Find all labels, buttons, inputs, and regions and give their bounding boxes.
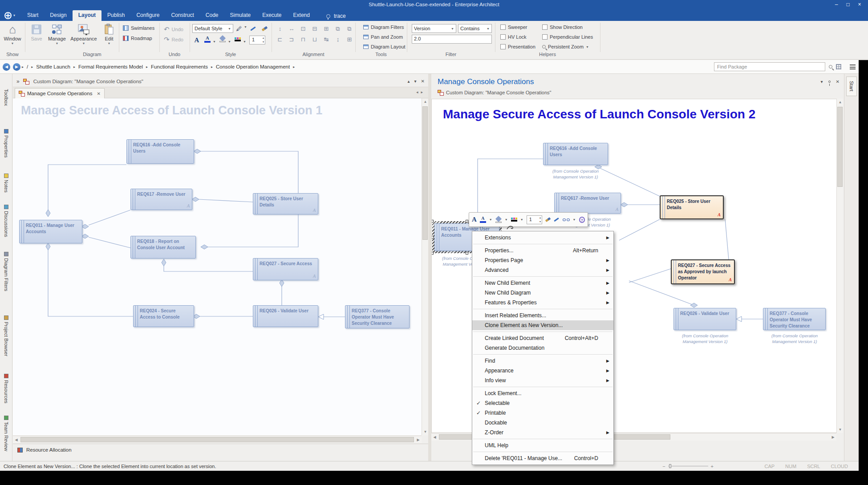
font-button[interactable]: A: [192, 36, 201, 44]
visual-style-glasses-icon[interactable]: [563, 218, 570, 221]
eyedropper-icon[interactable]: [554, 218, 559, 222]
scroll-left-icon[interactable]: ◀: [431, 434, 438, 441]
tab-close-icon[interactable]: ✕: [97, 91, 100, 96]
fill-color-caret[interactable]: ▼: [505, 218, 508, 221]
sidebar-item-team-review[interactable]: Team Review: [0, 416, 12, 451]
menu-item-advanced[interactable]: Advanced▶: [472, 265, 613, 275]
menu-item-properties[interactable]: Properties...Alt+Return: [472, 246, 613, 255]
glasses-caret[interactable]: ▼: [573, 218, 576, 221]
header-close-icon[interactable]: ✕: [421, 79, 425, 84]
breadcrumb-item[interactable]: Functional Requirements: [151, 64, 208, 69]
collapse-header-icon[interactable]: ▴: [408, 79, 410, 84]
sweeper-checkbox[interactable]: Sweeper: [500, 24, 527, 30]
sidebar-item-properties[interactable]: Properties: [0, 129, 12, 158]
format-brush-icon[interactable]: [545, 217, 551, 222]
requirement-req616-v2[interactable]: REQ616 -Add Console Users: [543, 143, 608, 165]
breadcrumb-root[interactable]: /: [27, 64, 28, 69]
save-button[interactable]: Save: [28, 23, 45, 41]
scroll-left-icon[interactable]: ◀: [13, 436, 20, 443]
align-top-icon[interactable]: ⊓: [298, 35, 308, 44]
close-button[interactable]: ×: [856, 1, 863, 8]
tab-execute[interactable]: Execute: [256, 10, 287, 21]
zoom-handle[interactable]: [669, 464, 671, 468]
hamburger-menu-icon[interactable]: [850, 65, 856, 69]
scroll-up-icon[interactable]: ▲: [422, 98, 429, 105]
sidebar-item-diagram-filters[interactable]: Diagram Filters: [0, 252, 12, 291]
tab-construct[interactable]: Construct: [165, 10, 199, 21]
window-button[interactable]: ⌂ Window▼: [2, 23, 23, 45]
pan-and-zoom-button[interactable]: Pan and Zoom: [363, 34, 403, 40]
tab-configure[interactable]: Configure: [130, 10, 165, 21]
line-color-caret[interactable]: ▼: [243, 40, 246, 43]
tab-simulate[interactable]: Simulate: [224, 10, 257, 21]
menu-item-delete-element[interactable]: Delete 'REQ011 - Manage Use...Control+D: [472, 453, 613, 463]
zoom-in-icon[interactable]: +: [711, 464, 714, 469]
align-bottom-icon[interactable]: ⊔: [310, 35, 320, 44]
menu-item-appearance[interactable]: Appearance▶: [472, 366, 613, 376]
line-width-stepper[interactable]: 1: [249, 36, 265, 44]
filter-operator-dropdown[interactable]: Contains▼: [458, 24, 492, 33]
swimlanes-button[interactable]: Swimlanes: [123, 25, 154, 31]
persistent-zoom-button[interactable]: Persistent Zoom▼: [542, 44, 589, 49]
font-button[interactable]: A: [472, 216, 477, 223]
bring-forward-icon[interactable]: ⧉: [333, 24, 343, 33]
font-color-button[interactable]: A: [203, 35, 212, 44]
align-left-icon[interactable]: ⊏: [275, 35, 285, 44]
scroll-right-icon[interactable]: ▶: [830, 434, 836, 441]
nav-back-button[interactable]: ◀: [3, 63, 10, 71]
resize-handle[interactable]: [466, 220, 468, 222]
perpendicular-lines-checkbox[interactable]: Perpendicular Lines: [542, 34, 593, 40]
same-size-icon[interactable]: ⊡: [298, 24, 308, 33]
same-width-icon[interactable]: ↔: [287, 24, 296, 33]
left-horizontal-scrollbar[interactable]: ◀ ▶: [13, 436, 422, 443]
fill-color-caret[interactable]: ▼: [228, 40, 231, 43]
menu-item-uml-help[interactable]: UML Help: [472, 441, 613, 450]
tab-scroll-arrows[interactable]: ◂▸: [416, 90, 426, 94]
app-logo-icon[interactable]: [4, 12, 12, 19]
pin-icon[interactable]: [828, 81, 831, 83]
menu-item-dockable[interactable]: Dockable: [472, 418, 613, 428]
left-vertical-scrollbar[interactable]: ▲ ▼: [422, 98, 428, 435]
resource-allocation-tab[interactable]: Resource Allocation: [13, 444, 428, 456]
grid-layout-icon[interactable]: ⊞: [345, 35, 354, 44]
menu-item-generate-documentation[interactable]: Generate Documentation: [472, 343, 613, 353]
line-color-button[interactable]: [233, 35, 242, 44]
line-color-caret[interactable]: ▼: [520, 218, 523, 221]
menu-item-new-child-element[interactable]: New Child Element▶: [472, 278, 613, 288]
requirement-req025-v2[interactable]: REQ025 - Store User DetailsA: [660, 195, 724, 219]
right-vertical-scrollbar[interactable]: ▲ ▼: [836, 99, 843, 433]
menu-item-insert-related-elements[interactable]: Insert Related Elements...: [472, 311, 613, 320]
global-search[interactable]: trace: [326, 13, 346, 19]
menu-item-find[interactable]: Find▶: [472, 356, 613, 366]
header-dropdown-icon[interactable]: ▾: [414, 79, 417, 84]
scroll-down-icon[interactable]: ▼: [837, 426, 844, 433]
menu-item-features-properties[interactable]: Features & Properties▶: [472, 298, 613, 307]
sidebar-item-project-browser[interactable]: Project Browser: [0, 315, 12, 356]
expand-toolbox-icon[interactable]: »: [16, 78, 20, 85]
show-direction-checkbox[interactable]: Show Direction: [542, 24, 583, 30]
tab-layout[interactable]: Layout: [73, 10, 101, 21]
tab-manage-console-operations[interactable]: Manage Console Operations✕: [15, 88, 105, 98]
align-right-icon[interactable]: ⊐: [287, 35, 296, 44]
breadcrumb-item[interactable]: Formal Requirements Model: [78, 64, 143, 69]
default-style-dropdown[interactable]: Default Style▼: [192, 24, 233, 33]
breadcrumb-item[interactable]: Console Operation Management: [216, 64, 290, 69]
same-height-icon[interactable]: ↕: [275, 24, 285, 33]
tab-extend[interactable]: Extend: [288, 10, 316, 21]
align-center-v-icon[interactable]: ⊞: [321, 24, 331, 33]
zoom-slider[interactable]: − +: [662, 464, 714, 469]
menu-item-printable[interactable]: ✓Printable: [472, 408, 613, 418]
eyedropper-icon[interactable]: [248, 24, 257, 33]
style-pen-caret[interactable]: ▼: [244, 25, 247, 28]
requirement-req026-v2[interactable]: REQ026 - Validate User: [673, 308, 736, 330]
requirement-req026[interactable]: REQ026 - Validate User: [253, 305, 318, 327]
panel-splitter[interactable]: [428, 74, 431, 461]
diagram-filters-button[interactable]: Diagram Filters: [363, 24, 404, 30]
nav-forward-button[interactable]: ▶: [13, 63, 20, 71]
redo-button[interactable]: ↷Redo: [164, 36, 183, 44]
scroll-right-icon[interactable]: ▶: [415, 436, 422, 443]
style-pen-icon[interactable]: 🖉: [235, 24, 243, 33]
sidebar-item-notes[interactable]: Notes: [0, 174, 12, 193]
undo-button[interactable]: ↶Undo: [164, 25, 183, 33]
tab-design[interactable]: Design: [44, 10, 72, 21]
